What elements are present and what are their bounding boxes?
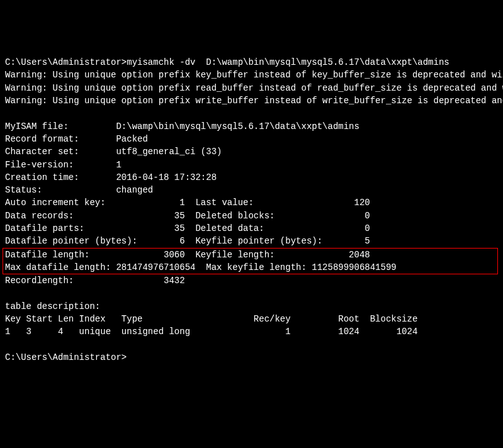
datafile-parts-row: Datafile parts: 35 Deleted data: 0 (5, 223, 370, 233)
datafile-pointer-row: Datafile pointer (bytes): 6 Keyfile poin… (5, 236, 370, 246)
record-format-row: Record format: Packed (5, 134, 148, 144)
status-row: Status: changed (5, 185, 153, 195)
file-version-row: File-version: 1 (5, 160, 122, 170)
record-length-row: Recordlength: 3432 (5, 276, 185, 286)
creation-time-row: Creation time: 2016-04-18 17:32:28 (5, 172, 217, 182)
auto-increment-row: Auto increment key: 1 Last value: 120 (5, 198, 370, 208)
warning-message: Warning: Using unique option prefix writ… (5, 96, 503, 106)
highlighted-region: Datafile length: 3060 Keyfile length: 20… (3, 248, 498, 275)
myisam-file-row: MyISAM file: D:\wamp\bin\mysql\mysql5.6.… (5, 121, 359, 132)
command-prompt-cursor[interactable]: C:\Users\Administrator> (5, 352, 127, 362)
data-records-row: Data records: 35 Deleted blocks: 0 (5, 211, 370, 221)
table-columns-header: Key Start Len Index Type Rec/key Root Bl… (5, 314, 417, 324)
warning-message: Warning: Using unique option prefix read… (5, 83, 503, 93)
datafile-length-row: Datafile length: 3060 Keyfile length: 20… (5, 250, 370, 260)
character-set-row: Character set: utf8_general_ci (33) (5, 147, 222, 157)
table-row: 1 3 4 unique unsigned long 1 1024 1024 (5, 327, 417, 337)
command-prompt-line: C:\Users\Administrator>myisamchk -dv D:\… (5, 57, 449, 67)
max-datafile-length-row: Max datafile length: 281474976710654 Max… (5, 262, 397, 272)
warning-message: Warning: Using unique option prefix key_… (5, 70, 503, 80)
table-description-header: table description: (5, 301, 100, 311)
